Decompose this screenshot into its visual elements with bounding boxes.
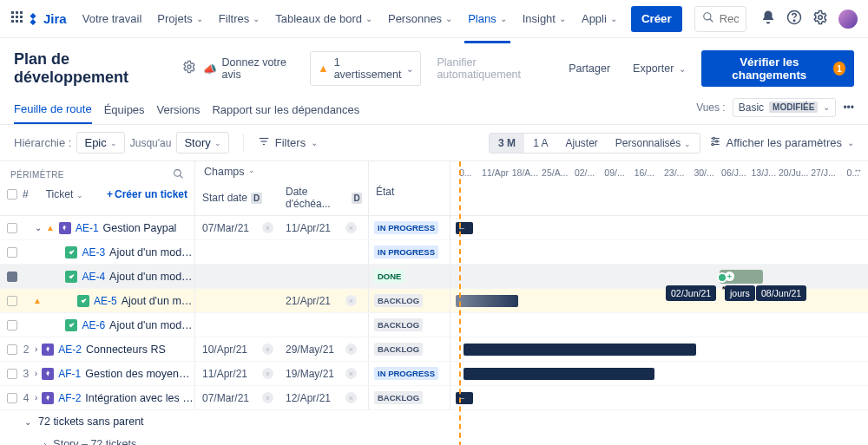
- search-box[interactable]: [694, 6, 746, 32]
- tab-dependencies[interactable]: Rapport sur les dépendances: [212, 96, 359, 123]
- status-badge[interactable]: BACKLOG: [374, 391, 423, 404]
- start-date[interactable]: 07/Mar/21×: [195, 216, 279, 239]
- gantt-bar[interactable]: [456, 222, 473, 234]
- fields-dropdown[interactable]: Champs⌄: [195, 161, 368, 182]
- ticket-header[interactable]: Ticket ⌄: [46, 188, 83, 200]
- search-input[interactable]: [720, 12, 739, 25]
- add-handle[interactable]: [717, 272, 727, 283]
- row-checkbox[interactable]: [7, 223, 17, 233]
- timeline-cell[interactable]: [450, 362, 868, 385]
- start-date[interactable]: [195, 313, 279, 337]
- more-icon[interactable]: •••: [843, 101, 854, 114]
- table-row[interactable]: AE-6Ajout d'un mode ...BACKLOG: [0, 313, 868, 337]
- clear-icon[interactable]: ×: [345, 392, 357, 403]
- nav-people[interactable]: Personnes⌄: [381, 6, 459, 32]
- jira-logo[interactable]: Jira: [26, 11, 67, 26]
- timeline-cell[interactable]: [450, 240, 868, 264]
- share-button[interactable]: Partager: [562, 58, 617, 79]
- table-row[interactable]: AE-4Ajout d'un mode ...DONE+02/Jun/21↖jo…: [0, 265, 868, 289]
- clear-icon[interactable]: ×: [262, 392, 273, 403]
- avatar[interactable]: [838, 10, 858, 29]
- nav-dashboards[interactable]: Tableaux de bord⌄: [268, 6, 379, 32]
- issue-key[interactable]: AE-5: [94, 295, 117, 307]
- tab-teams[interactable]: Équipes: [104, 96, 145, 123]
- scope-search-icon[interactable]: [173, 168, 184, 181]
- table-row[interactable]: AE-3Ajout d'un mode ...IN PROGRESS: [0, 240, 868, 265]
- table-row[interactable]: 3›AF-1Gestion des moyens ...11/Apr/21×19…: [0, 362, 868, 386]
- filters-button[interactable]: Filters⌄: [258, 135, 318, 150]
- clear-icon[interactable]: ×: [262, 344, 273, 355]
- status-badge[interactable]: IN PROGRESS: [374, 221, 438, 234]
- clear-icon[interactable]: ×: [262, 222, 273, 233]
- status-badge[interactable]: BACKLOG: [374, 294, 423, 307]
- duedate-header[interactable]: Date d'échéa...D: [279, 186, 362, 210]
- timeline-cell[interactable]: [450, 386, 868, 409]
- due-date[interactable]: 12/Apr/21×: [279, 386, 362, 409]
- table-row[interactable]: 2›AE-2Connecteurs RS10/Apr/21×29/May/21×…: [0, 337, 868, 362]
- due-date[interactable]: [279, 265, 362, 288]
- start-date[interactable]: [195, 265, 279, 288]
- start-date[interactable]: [195, 240, 279, 264]
- nav-filters[interactable]: Filtres⌄: [212, 6, 266, 32]
- start-date[interactable]: [195, 289, 279, 312]
- create-button[interactable]: Créer: [631, 6, 682, 32]
- timeline-collapse[interactable]: ↔: [369, 161, 450, 182]
- view-select[interactable]: BasicMODIFIÉE⌄: [733, 98, 837, 117]
- range-3m[interactable]: 3 M: [490, 134, 524, 153]
- row-checkbox[interactable]: [7, 296, 17, 306]
- table-row[interactable]: ⌄▲AE-1Gestion Paypal07/Mar/21×11/Apr/21×…: [0, 216, 868, 240]
- nav-plans[interactable]: Plans⌄: [461, 6, 514, 32]
- story-group[interactable]: ›Story – 72 tickets: [0, 433, 868, 445]
- clear-icon[interactable]: ×: [345, 368, 357, 379]
- clear-icon[interactable]: ×: [345, 344, 357, 355]
- range-fit[interactable]: Ajuster: [556, 134, 606, 153]
- status-badge[interactable]: BACKLOG: [374, 318, 423, 331]
- app-switcher-icon[interactable]: [10, 10, 24, 27]
- due-date[interactable]: [279, 313, 362, 337]
- no-parent-group[interactable]: ⌄72 tickets sans parent: [0, 410, 868, 433]
- row-checkbox[interactable]: [7, 247, 17, 258]
- expand-caret[interactable]: ›: [35, 369, 37, 378]
- show-settings-button[interactable]: Afficher les paramètres⌄: [709, 135, 854, 150]
- issue-key[interactable]: AE-4: [82, 271, 105, 283]
- status-badge[interactable]: IN PROGRESS: [374, 367, 438, 380]
- status-badge[interactable]: DONE: [374, 270, 404, 283]
- row-checkbox[interactable]: [7, 369, 17, 379]
- export-button[interactable]: Exporter⌄: [626, 58, 693, 79]
- startdate-header[interactable]: Start dateD: [195, 186, 279, 210]
- status-badge[interactable]: BACKLOG: [374, 343, 423, 356]
- row-checkbox[interactable]: [7, 272, 17, 282]
- tab-versions[interactable]: Versions: [157, 96, 201, 123]
- plan-settings-icon[interactable]: [182, 60, 196, 78]
- expand-caret[interactable]: ›: [35, 393, 37, 402]
- row-checkbox[interactable]: [7, 320, 17, 330]
- issue-key[interactable]: AF-1: [58, 368, 81, 380]
- timeline-cell[interactable]: [450, 289, 868, 312]
- hier-from[interactable]: Epic⌄: [76, 132, 124, 154]
- create-ticket-button[interactable]: + Créer un ticket: [107, 188, 187, 200]
- gantt-bar[interactable]: [456, 295, 518, 307]
- nav-your-work[interactable]: Votre travail: [76, 6, 149, 32]
- review-changes-button[interactable]: Vérifier les changements1: [701, 50, 854, 87]
- feedback-button[interactable]: 📣Donnez votre avis: [196, 52, 302, 85]
- timeline-cell[interactable]: +02/Jun/21↖jours08/Jun/21: [450, 265, 868, 288]
- nav-projects[interactable]: Projets⌄: [150, 6, 209, 32]
- settings-icon[interactable]: [812, 10, 828, 28]
- row-checkbox[interactable]: [7, 344, 17, 355]
- table-row[interactable]: 4›AF-2Intégration avec les r...07/Mar/21…: [0, 386, 868, 410]
- status-badge[interactable]: IN PROGRESS: [374, 245, 438, 258]
- due-date[interactable]: [279, 240, 362, 264]
- due-date[interactable]: 21/Apr/21×: [279, 289, 362, 312]
- clear-icon[interactable]: ×: [345, 222, 357, 233]
- issue-key[interactable]: AE-3: [82, 246, 105, 258]
- gantt-bar[interactable]: [464, 368, 654, 380]
- due-date[interactable]: 29/May/21×: [279, 337, 362, 361]
- issue-key[interactable]: AE-6: [82, 319, 105, 331]
- timeline-cell[interactable]: [450, 337, 868, 361]
- issue-key[interactable]: AF-2: [58, 392, 81, 404]
- range-custom[interactable]: Personnalisés ⌄: [607, 134, 700, 153]
- nav-insight[interactable]: Insight⌄: [516, 6, 573, 32]
- due-date[interactable]: 19/May/21×: [279, 362, 362, 385]
- select-all-checkbox[interactable]: [7, 189, 17, 200]
- clear-icon[interactable]: ×: [262, 368, 273, 379]
